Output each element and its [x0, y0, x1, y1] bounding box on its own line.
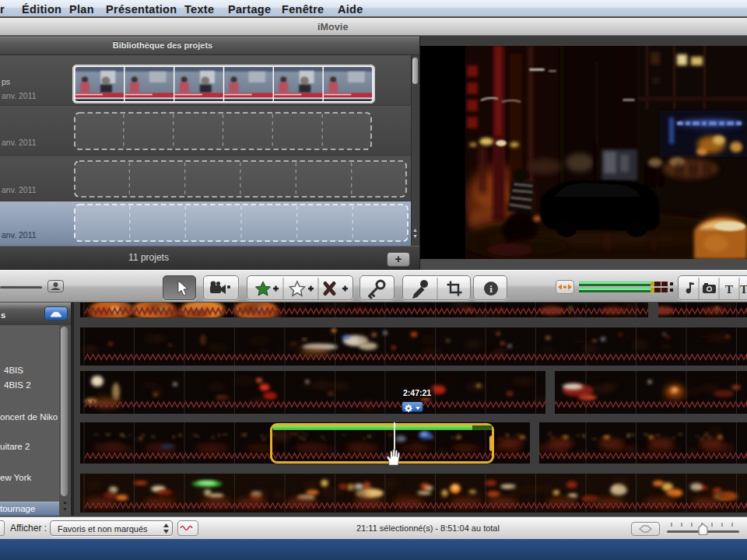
svg-text:T: T — [725, 283, 733, 296]
svg-text:T: T — [740, 283, 747, 296]
svg-text:i: i — [489, 283, 493, 295]
